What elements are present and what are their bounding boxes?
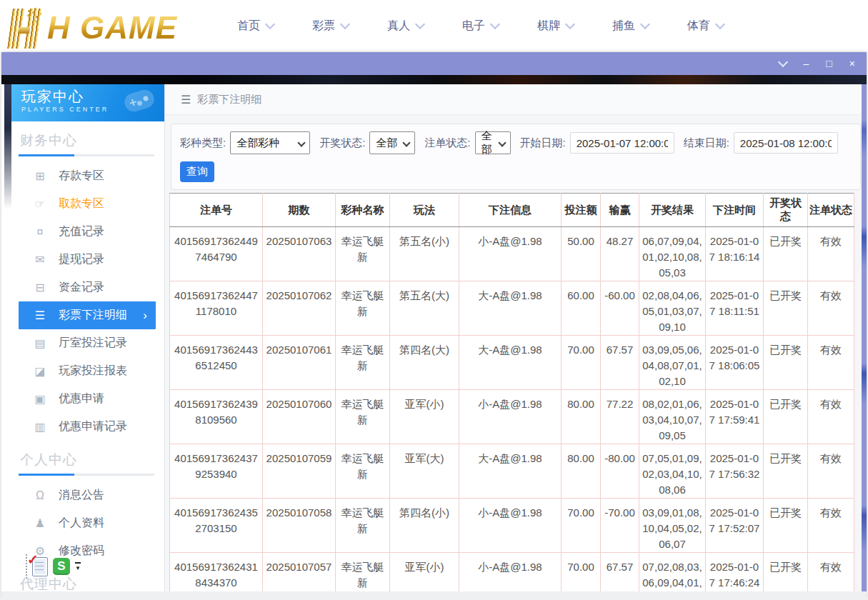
maximize-icon[interactable]: □: [826, 59, 832, 69]
table-cell: 20250107060: [263, 390, 336, 444]
nav-item-彩票[interactable]: 彩票: [312, 19, 349, 34]
table-cell: 48.27: [601, 227, 639, 281]
nav-item-捕鱼[interactable]: 捕鱼: [612, 19, 649, 34]
bet-status-select[interactable]: 全部: [475, 131, 511, 154]
column-header: 玩法: [390, 194, 459, 227]
nav-item-真人[interactable]: 真人: [387, 19, 424, 34]
decor-dark-strip: [1, 75, 867, 84]
column-header: 彩种名称: [336, 194, 390, 227]
bet-status-label: 注单状态:: [424, 136, 470, 150]
sidebar-item-存款专区[interactable]: ⊞ 存款专区: [11, 162, 164, 190]
gutter-shadow: [4, 84, 11, 209]
window-titlebar[interactable]: – □ ×: [1, 52, 867, 75]
lottery-bet-detail-icon: ☰: [33, 309, 47, 322]
profile-icon: ♟: [33, 516, 47, 530]
sidebar-item-彩票下注明细[interactable]: ☰ 彩票下注明细›: [19, 301, 156, 329]
table-cell: 幸运飞艇新: [336, 281, 390, 336]
chevron-down-icon: [265, 19, 275, 29]
sidebar-item-优惠申请[interactable]: ▣ 优惠申请: [11, 385, 164, 413]
table-cell: 第五名(小): [390, 227, 459, 281]
table-row: 40156917362443651245020250107061幸运飞艇新第四名…: [170, 336, 854, 390]
table-cell: 2025-01-07 18:06:05: [706, 336, 764, 390]
table-cell: 有效: [808, 444, 854, 499]
table-cell: 大-A盘@1.98: [459, 336, 562, 390]
end-date-label: 结束日期:: [684, 136, 729, 150]
recharge-record-icon: ¤: [33, 226, 47, 239]
table-row: 40156917362449746479020250107063幸运飞艇新第五名…: [170, 227, 854, 281]
table-cell: 20250107062: [263, 281, 336, 336]
sidebar-item-玩家投注报表[interactable]: ◪ 玩家投注报表: [11, 357, 164, 385]
table-cell: -60.00: [601, 281, 639, 336]
sidebar-item-厅室投注记录[interactable]: ▤ 厅室投注记录: [11, 329, 164, 357]
promo-record-icon: ▥: [33, 420, 47, 434]
table-cell: -70.00: [601, 499, 639, 553]
lottery-type-select[interactable]: 全部彩种: [230, 131, 310, 154]
notepad-check-icon[interactable]: ✓: [32, 557, 48, 576]
nav-item-体育[interactable]: 体育: [687, 19, 724, 34]
hamburger-icon[interactable]: ☰: [181, 93, 191, 106]
close-icon[interactable]: ×: [849, 59, 855, 69]
nav-item-首页[interactable]: 首页: [237, 19, 274, 34]
collapse-bar-icon: [75, 562, 81, 564]
players-center-header: 玩家中心 PLAYERS CENTER: [11, 84, 164, 121]
table-cell: 80.00: [562, 444, 601, 499]
nav-item-电子[interactable]: 电子: [462, 19, 499, 34]
table-cell: 02,08,04,06,05,01,03,07,09,10: [639, 281, 706, 336]
table-cell: 2025-01-07 18:16:14: [706, 227, 764, 281]
table-cell: 小-A盘@1.98: [459, 499, 562, 553]
lottery-type-label: 彩种类型:: [180, 136, 226, 150]
table-cell: 2025-01-07 17:56:32: [706, 444, 764, 499]
table-cell: 小-A盘@1.98: [459, 390, 562, 444]
app-window: – □ × 玩家中心 PLAYERS CENTER 财务中心 ⊞ 存款专区☞ 取…: [1, 52, 867, 600]
main-nav: 首页彩票真人电子棋牌捕鱼体育: [237, 0, 724, 51]
sidebar-item-消息公告[interactable]: Ω 消息公告: [11, 481, 164, 509]
table-cell: 已开奖: [764, 281, 808, 336]
table-row: 40156917362435270315020250107058幸运飞艇新第四名…: [170, 499, 854, 553]
table-cell: 50.00: [562, 227, 601, 281]
table-cell: 已开奖: [764, 444, 808, 499]
chevron-down-icon: [715, 19, 725, 29]
window-dropdown-icon[interactable]: [777, 57, 787, 67]
chevron-down-icon: [565, 19, 575, 29]
table-cell: 03,09,01,08,10,04,05,02,06,07: [639, 499, 706, 553]
sidebar-item-提现记录[interactable]: ✉ 提现记录: [11, 246, 164, 274]
draw-status-select[interactable]: 全部: [369, 131, 415, 154]
nav-item-棋牌[interactable]: 棋牌: [537, 19, 574, 34]
table-cell: 03,09,05,06,04,08,07,01,02,10: [639, 336, 706, 390]
table-cell: 小-A盘@1.98: [459, 227, 562, 281]
table-cell: 幸运飞艇新: [336, 336, 390, 390]
filter-panel: 彩种类型: 全部彩种 开奖状态: 全部 注单状态: 全部 开始日期: 结束日期:…: [171, 124, 861, 190]
table-cell: 2025-01-07 18:11:51: [706, 281, 764, 336]
table-cell: 幸运飞艇新: [336, 227, 390, 281]
table-row: 40156917362437925394020250107059幸运飞艇新亚军(…: [170, 444, 854, 499]
start-date-input[interactable]: [570, 132, 674, 154]
sidebar-item-充值记录[interactable]: ¤ 充值记录: [11, 218, 164, 246]
search-button[interactable]: 查询: [180, 161, 214, 182]
table-cell: 70.00: [562, 499, 601, 553]
main-content: ☰ 彩票下注明细 彩种类型: 全部彩种 开奖状态: 全部 注单状态: 全部 开始…: [165, 84, 867, 600]
site-logo[interactable]: H GAME: [10, 4, 177, 49]
room-bet-record-icon: ▤: [33, 336, 47, 350]
table-cell: 401569173624379253940: [170, 444, 263, 499]
table-cell: 已开奖: [764, 336, 808, 390]
table-cell: 20250107058: [263, 499, 336, 553]
sidebar-item-取款专区[interactable]: ☞ 取款专区: [11, 190, 164, 218]
table-cell: 幸运飞艇新: [336, 499, 390, 553]
minimize-icon[interactable]: –: [804, 59, 809, 69]
toolbar-collapse-control[interactable]: ▼: [75, 562, 81, 571]
window-footer-strip: [1, 591, 867, 600]
table-cell: 2025-01-07 17:52:07: [706, 499, 764, 553]
table-row: 40156917362447117801020250107062幸运飞艇新第五名…: [170, 281, 854, 336]
green-s-icon[interactable]: S: [53, 558, 70, 575]
table-cell: 有效: [808, 227, 854, 281]
sidebar-item-个人资料[interactable]: ♟ 个人资料: [11, 509, 164, 537]
column-header: 注单号: [170, 194, 263, 227]
sidebar-section-title: 财务中心: [11, 129, 164, 154]
table-cell: 80.00: [562, 390, 601, 444]
sidebar-item-优惠申请记录[interactable]: ▥ 优惠申请记录: [11, 413, 164, 441]
table-cell: 20250107059: [263, 444, 336, 499]
section-divider: [19, 154, 154, 156]
table-cell: 有效: [808, 336, 854, 390]
end-date-input[interactable]: [734, 132, 838, 154]
sidebar-item-资金记录[interactable]: ⊟ 资金记录: [11, 274, 164, 301]
